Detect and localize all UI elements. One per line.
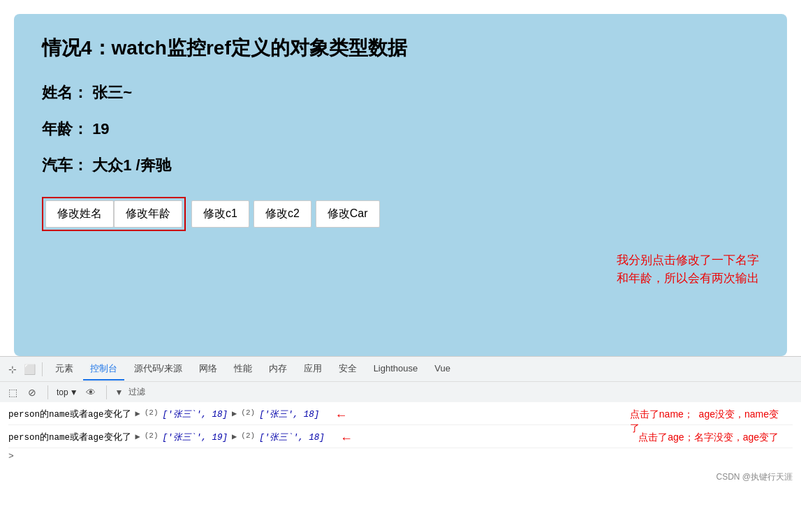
- devtools-inspect-icon[interactable]: ⬜: [22, 362, 36, 376]
- console-line1-count2: (2): [241, 408, 255, 417]
- modify-c2-button[interactable]: 修改c2: [253, 200, 311, 228]
- console-annotation2: 点击了age；名字没变，age变了: [638, 431, 779, 445]
- name-label: 姓名：: [42, 84, 88, 101]
- annotation1-arrow: ←: [337, 408, 345, 422]
- tab-performance[interactable]: 性能: [227, 358, 259, 380]
- tab-vue[interactable]: Vue: [427, 359, 457, 379]
- modify-c1-button[interactable]: 修改c1: [191, 200, 249, 228]
- main-content-area: 情况4：watch监控ref定义的对象类型数据 姓名： 张三~ 年龄： 19 汽…: [14, 14, 787, 356]
- tab-separator-1: [42, 362, 43, 376]
- tab-security[interactable]: 安全: [332, 358, 364, 380]
- tab-console[interactable]: 控制台: [83, 358, 124, 380]
- car-label: 汽车：: [42, 156, 88, 174]
- console-line2-arrow2[interactable]: ▶: [232, 431, 237, 442]
- filter-icon: ▼: [115, 387, 124, 397]
- tab-elements[interactable]: 元素: [48, 358, 80, 380]
- age-field: 年龄： 19: [42, 119, 759, 140]
- console-line2-array1: ['张三`', 19]: [163, 431, 228, 443]
- tab-application[interactable]: 应用: [297, 358, 329, 380]
- eye-icon[interactable]: 👁: [84, 385, 98, 399]
- top-selector[interactable]: top ▼: [57, 387, 78, 397]
- tab-network[interactable]: 网络: [192, 358, 224, 380]
- age-value: 19: [92, 120, 109, 138]
- name-value: 张三~: [92, 84, 132, 101]
- console-line-1: person的name或者age变化了 ▶ (2) ['张三`', 18] ▶ …: [8, 406, 793, 425]
- console-toolbar: ⬚ ⊘ top ▼ 👁 ▼ 过滤: [0, 381, 801, 402]
- main-annotation: 我分别点击修改了一下名字和年龄，所以会有两次输出: [617, 251, 759, 287]
- modify-car-button[interactable]: 修改Car: [316, 200, 380, 228]
- top-dropdown-icon[interactable]: ▼: [70, 387, 78, 397]
- console-output: person的name或者age变化了 ▶ (2) ['张三`', 18] ▶ …: [0, 402, 801, 486]
- console-line1-prefix: person的name或者age变化了: [8, 408, 131, 420]
- car-value: 大众1 /奔驰: [92, 156, 170, 174]
- console-line-2: person的name或者age变化了 ▶ (2) ['张三`', 19] ▶ …: [8, 429, 793, 448]
- highlighted-buttons-group: 修改姓名 修改年龄: [42, 197, 186, 231]
- tab-source[interactable]: 源代码/来源: [127, 358, 189, 380]
- filter-label: 过滤: [128, 386, 145, 398]
- devtools-cursor-icon[interactable]: ⊹: [6, 362, 20, 376]
- console-line2-prefix: person的name或者age变化了: [8, 431, 131, 443]
- console-prompt[interactable]: >: [8, 448, 793, 464]
- buttons-row: 修改姓名 修改年龄 修改c1 修改c2 修改Car: [42, 197, 759, 231]
- console-line2-array2: ['张三`', 18]: [259, 431, 325, 443]
- toolbar-sep: [47, 385, 48, 399]
- tab-memory[interactable]: 内存: [262, 358, 294, 380]
- age-label: 年龄：: [42, 120, 88, 138]
- console-line2-arrow1[interactable]: ▶: [135, 431, 140, 442]
- toolbar-sep2: [106, 385, 107, 399]
- page-title: 情况4：watch监控ref定义的对象类型数据: [42, 35, 759, 61]
- console-clear-icon[interactable]: ⬚: [6, 385, 20, 399]
- watermark: CSDN @执键行天涯: [716, 471, 793, 483]
- console-line1-array1: ['张三`', 18]: [163, 408, 228, 420]
- console-line2-count2: (2): [241, 431, 255, 440]
- console-block-icon[interactable]: ⊘: [25, 385, 39, 399]
- modify-age-button[interactable]: 修改年龄: [114, 200, 182, 228]
- console-line1-array2: ['张三', 18]: [259, 408, 319, 420]
- annotation2-arrow: ←: [343, 431, 351, 445]
- tab-lighthouse[interactable]: Lighthouse: [367, 359, 425, 379]
- modify-name-button[interactable]: 修改姓名: [45, 200, 114, 228]
- console-line1-count1: (2): [145, 408, 159, 417]
- console-line1-arrow2[interactable]: ▶: [232, 408, 237, 419]
- console-line2-count1: (2): [145, 431, 159, 440]
- top-label: top: [57, 387, 68, 397]
- console-output-area: person的name或者age变化了 ▶ (2) ['张三`', 18] ▶ …: [0, 402, 801, 486]
- name-field: 姓名： 张三~: [42, 82, 759, 103]
- car-field: 汽车： 大众1 /奔驰: [42, 155, 759, 176]
- console-line1-arrow1[interactable]: ▶: [135, 408, 140, 419]
- devtools-tabs-bar: ⊹ ⬜ 元素 控制台 源代码/来源 网络 性能 内存 应用 安全 Lightho…: [0, 356, 801, 381]
